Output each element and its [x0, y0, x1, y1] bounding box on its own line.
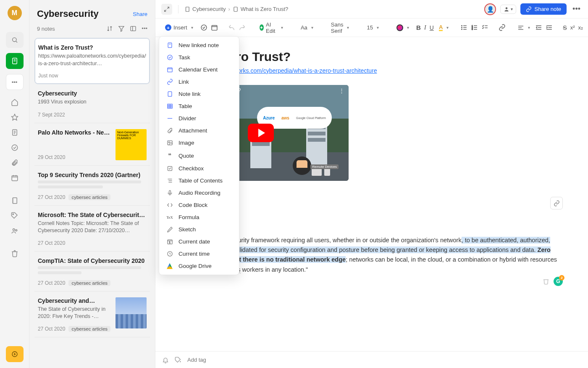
note-item[interactable]: Microsoft: The State of Cybersecurity 20… — [34, 206, 150, 252]
trash-nav[interactable] — [10, 249, 19, 258]
collaborator-dropdown[interactable]: ▾ — [500, 5, 516, 14]
upgrade-button[interactable] — [6, 346, 24, 362]
font-family-dropdown[interactable]: Sans Serif — [327, 20, 353, 36]
note-more-button[interactable]: ••• — [571, 5, 582, 13]
indent-button[interactable] — [546, 23, 553, 33]
insert-quote[interactable]: ❝Quote — [159, 149, 239, 162]
link-button[interactable] — [499, 23, 506, 33]
view-button[interactable] — [130, 25, 136, 32]
account-avatar[interactable]: M — [8, 6, 22, 20]
calendar-nav[interactable] — [10, 173, 19, 183]
note-item[interactable]: CompTIA: State of Cybersecurity 2020 27 … — [34, 252, 150, 291]
table-icon — [166, 103, 173, 109]
new-note-button[interactable] — [6, 53, 24, 69]
add-tag-input[interactable] — [187, 357, 258, 363]
filter-button[interactable] — [118, 25, 125, 32]
reminder-button[interactable] — [162, 357, 169, 363]
insert-code-block[interactable]: Code Block — [159, 199, 239, 211]
note-owner-avatar[interactable]: 👤 — [484, 3, 496, 15]
font-size-dropdown[interactable]: 15 — [363, 23, 382, 32]
svg-point-0 — [12, 38, 16, 42]
strikethrough-button[interactable]: S — [563, 23, 567, 33]
expand-button[interactable] — [161, 4, 172, 15]
checklist-button[interactable] — [481, 23, 488, 33]
notes-nav[interactable] — [10, 128, 19, 137]
undo-button[interactable] — [228, 23, 235, 33]
attachments-nav[interactable] — [10, 158, 19, 167]
video-play-button[interactable] — [248, 124, 274, 142]
grammarly-button[interactable]: G2 — [554, 277, 563, 286]
note-item[interactable]: Top 9 Security Trends 2020 (Gartner) 27 … — [34, 166, 150, 206]
insert-link[interactable]: Link — [159, 76, 239, 88]
calendar-quick-button[interactable] — [211, 23, 218, 33]
notebooks-nav[interactable] — [10, 196, 19, 205]
insert-current-date[interactable]: 1Current date — [159, 236, 239, 248]
insert-dropdown-button[interactable]: + Insert — [161, 23, 197, 32]
highlight-dropdown[interactable]: A — [437, 24, 450, 32]
google-drive-icon — [166, 263, 173, 269]
more-create-button[interactable]: ••• — [6, 74, 24, 90]
insert-sketch[interactable]: Sketch — [159, 223, 239, 236]
code-icon — [166, 202, 173, 208]
underline-button[interactable]: U — [430, 23, 434, 33]
bullet-list-button[interactable] — [460, 23, 467, 33]
note-item-tag[interactable]: cybersec articles — [68, 326, 110, 332]
add-tag-button[interactable] — [175, 357, 181, 363]
link-tool-button[interactable] — [550, 197, 563, 209]
insert-table[interactable]: Table — [159, 100, 239, 112]
checklist-icon — [481, 24, 488, 31]
redo-button[interactable] — [239, 23, 246, 33]
tags-nav[interactable] — [10, 211, 19, 220]
note-item-preview: https://www.paloaltonetworks.com/cyberpe… — [38, 53, 146, 67]
task-quick-button[interactable] — [200, 23, 207, 33]
text-color-dropdown[interactable] — [393, 23, 413, 33]
note-item[interactable]: Cybersecurity and… The State of Cybersec… — [34, 291, 150, 337]
note-item[interactable]: What is Zero Trust? https://www.paloalto… — [34, 38, 150, 84]
breadcrumb-note[interactable]: What is Zero Trust? — [233, 6, 288, 12]
insert-divider[interactable]: Divider — [159, 112, 239, 124]
home-nav[interactable] — [10, 98, 19, 107]
insert-table-of-contents[interactable]: Table of Contents — [159, 175, 239, 187]
svg-line-25 — [165, 10, 166, 11]
share-note-button[interactable]: Share note — [520, 3, 567, 15]
superscript-button[interactable]: x² — [570, 23, 575, 33]
insert-image[interactable]: Image — [159, 137, 239, 149]
note-item-tag[interactable]: cybersec articles — [68, 280, 110, 286]
tasks-nav[interactable] — [10, 143, 19, 152]
bold-button[interactable]: B — [416, 23, 421, 33]
aa-label: Aa — [301, 24, 307, 31]
insert-new-linked-note[interactable]: New linked note — [159, 39, 239, 51]
italic-button[interactable]: I — [424, 23, 426, 33]
insert-attachment[interactable]: Attachment — [159, 124, 239, 137]
numbered-list-button[interactable]: 123 — [471, 23, 478, 33]
menu-item-label: Current date — [178, 238, 210, 245]
insert-audio-recording[interactable]: Audio Recording — [159, 187, 239, 199]
subscript-button[interactable]: x₂ — [578, 23, 583, 33]
paragraph-style-dropdown[interactable]: Aa — [297, 23, 317, 32]
search-button[interactable] — [6, 32, 24, 48]
insert-google-drive[interactable]: Google Drive — [159, 260, 239, 272]
note-item-tag[interactable]: cybersec articles — [68, 194, 110, 200]
insert-calendar-event[interactable]: Calendar Event — [159, 64, 239, 76]
outdent-button[interactable] — [535, 23, 542, 33]
shortcuts-nav[interactable] — [10, 113, 19, 122]
share-notebook-link[interactable]: Share — [133, 11, 147, 17]
list-more-button[interactable]: ••• — [142, 25, 147, 32]
insert-formula[interactable]: TeXFormula — [159, 211, 239, 223]
insert-note-link[interactable]: Note link — [159, 88, 239, 100]
ai-edit-dropdown[interactable]: AI Edit — [256, 20, 287, 36]
home-icon — [11, 98, 18, 106]
sort-button[interactable] — [106, 25, 113, 32]
note-item[interactable]: Cybersecurity 1993 Virus explosion 7 Sep… — [34, 84, 150, 123]
video-menu-icon[interactable]: ⋮ — [339, 87, 344, 94]
align-dropdown[interactable] — [516, 24, 532, 32]
insert-task[interactable]: Task — [159, 51, 239, 64]
insert-current-time[interactable]: Current time — [159, 248, 239, 260]
notes-scroll[interactable]: What is Zero Trust? https://www.paloalto… — [29, 36, 155, 368]
insert-checkbox[interactable]: Checkbox — [159, 162, 239, 175]
breadcrumb: Cybersecurity › What is Zero Trust? — [184, 6, 288, 12]
shared-nav[interactable] — [10, 226, 19, 236]
delete-block-button[interactable] — [543, 278, 549, 285]
note-item[interactable]: Palo Alto Networks - Next… 29 Oct 2020 N… — [34, 123, 150, 166]
breadcrumb-notebook[interactable]: Cybersecurity — [184, 6, 226, 12]
